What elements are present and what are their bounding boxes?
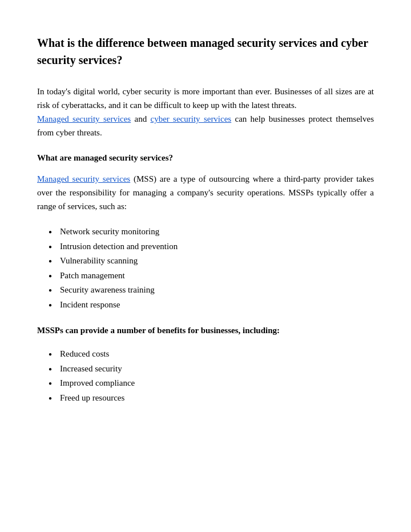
managed-security-services-link-2[interactable]: Managed security services [37, 174, 130, 183]
page-container: What is the difference between managed s… [0, 0, 411, 532]
managed-security-services-link-1[interactable]: Managed security services [37, 114, 131, 123]
intro-and-text: and [131, 114, 150, 123]
page-title: What is the difference between managed s… [37, 34, 374, 69]
section1-body-paragraph: Managed security services (MSS) are a ty… [37, 172, 374, 213]
mssp-services-list: Network security monitoringIntrusion det… [37, 225, 374, 312]
list-item: Increased security [49, 362, 374, 377]
list-item: Patch management [49, 269, 374, 283]
cyber-security-services-link[interactable]: cyber security services [150, 114, 231, 123]
list-item: Improved compliance [49, 376, 374, 391]
intro-text-before-links: In today's digital world, cyber security… [37, 87, 374, 110]
intro-paragraph: In today's digital world, cyber security… [37, 85, 374, 139]
list-item: Network security monitoring [49, 225, 374, 239]
list-item: Reduced costs [49, 347, 374, 362]
section1-heading: What are managed security services? [37, 153, 374, 163]
list-item: Incident response [49, 298, 374, 313]
list-item: Intrusion detection and prevention [49, 239, 374, 254]
benefits-heading: MSSPs can provide a number of benefits f… [37, 326, 374, 335]
benefits-list: Reduced costsIncreased securityImproved … [37, 347, 374, 405]
list-item: Vulnerability scanning [49, 254, 374, 269]
list-item: Freed up resources [49, 391, 374, 406]
list-item: Security awareness training [49, 283, 374, 298]
